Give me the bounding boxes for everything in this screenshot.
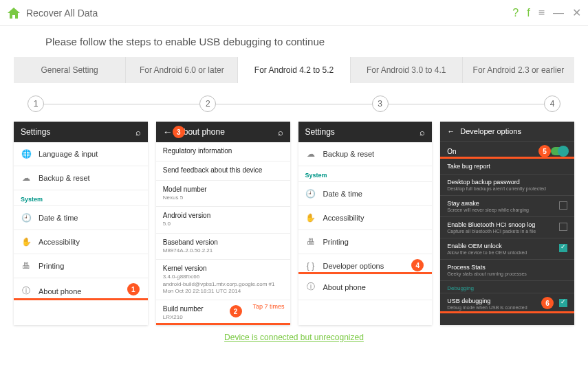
back-icon[interactable]: ← xyxy=(447,127,455,135)
dev-key: Process Stats xyxy=(447,264,567,271)
window-buttons: ? f ≡ — ✕ xyxy=(512,6,581,19)
info-row[interactable]: Kernel version3.4.0-g88fbc66android-buil… xyxy=(156,260,290,300)
settings-row[interactable]: ✋Accessibility xyxy=(298,206,433,230)
menu-icon[interactable]: ≡ xyxy=(538,7,545,19)
help-icon[interactable]: ? xyxy=(512,7,519,19)
tab-0[interactable]: General Setting xyxy=(14,57,126,83)
dev-value: Geeky stats about running processes xyxy=(447,271,567,276)
row-icon: 🖶 xyxy=(305,237,316,247)
dev-key: Stay awake xyxy=(447,200,559,207)
toggle-switch[interactable] xyxy=(551,147,567,155)
dev-row[interactable]: Desktop backup passwordDesktop full back… xyxy=(440,175,574,196)
settings-row[interactable]: 🖶Printing xyxy=(298,230,433,254)
row-label: Accessibility xyxy=(323,214,364,222)
minimize-icon[interactable]: — xyxy=(553,7,564,19)
row-label: About phone xyxy=(39,287,81,295)
info-value: LRX210 xyxy=(163,314,283,321)
info-value: 5.0 xyxy=(163,221,283,227)
info-row[interactable]: Build numberLRX2102Tap 7 times xyxy=(156,300,290,324)
search-icon[interactable]: ⌕ xyxy=(278,127,283,137)
info-row[interactable]: Model numberNexus 5 xyxy=(156,181,290,207)
close-icon[interactable]: ✕ xyxy=(572,6,581,19)
row-label: Developer options xyxy=(323,262,384,270)
row-icon: 🖶 xyxy=(21,261,32,271)
settings-row[interactable]: ⓘAbout phone xyxy=(298,274,433,300)
panel-developer-options: ← Developer options On 5 Take bug report… xyxy=(440,122,574,325)
row-label: Backup & reset xyxy=(323,150,375,158)
footer-link[interactable]: Device is connected but unrecognized xyxy=(224,333,364,342)
row-icon: ⓘ xyxy=(21,285,32,297)
info-key: Android version xyxy=(163,212,283,219)
tab-4[interactable]: For Android 2.3 or earlier xyxy=(463,57,574,83)
info-key: Baseband version xyxy=(163,238,283,246)
info-row[interactable]: Baseband versionM8974A-2.0.50.2.21 xyxy=(156,234,290,260)
row-icon: 🌐 xyxy=(21,149,32,159)
step-3: 3 xyxy=(372,96,389,112)
dev-key: Enable Bluetooth HCI snoop log xyxy=(447,221,559,228)
row-icon: ☁ xyxy=(21,173,32,183)
search-icon[interactable]: ⌕ xyxy=(420,127,425,137)
section-header: System xyxy=(14,190,148,206)
dev-row[interactable]: Process StatsGeeky stats about running p… xyxy=(440,260,574,281)
settings-row[interactable]: ☁Backup & reset xyxy=(14,166,148,190)
dev-value: Desktop full backups aren't currently pr… xyxy=(447,186,567,191)
panel-header: Settings ⌕ xyxy=(298,122,433,142)
settings-row[interactable]: ☁Backup & reset xyxy=(298,142,433,166)
info-key: Kernel version xyxy=(163,265,283,272)
row-label: Date & time xyxy=(39,214,78,222)
dev-key: Desktop backup password xyxy=(447,179,567,186)
panel-header: Settings ⌕ xyxy=(14,122,148,142)
info-row[interactable]: Send feedback about this device xyxy=(156,161,290,181)
dev-row[interactable]: Stay awakeScreen will never sleep while … xyxy=(440,196,574,217)
instruction-text: Please follow the steps to enable USB de… xyxy=(0,26,588,57)
checkbox[interactable] xyxy=(559,299,567,307)
home-icon xyxy=(7,7,21,19)
settings-row[interactable]: 🕘Date & time xyxy=(14,206,148,230)
settings-row[interactable]: 🌐Language & input xyxy=(14,142,148,166)
back-icon[interactable]: ← xyxy=(163,126,173,137)
dev-row[interactable]: USB debuggingDebug mode when USB is conn… xyxy=(440,293,574,313)
settings-row[interactable]: ⓘAbout phone1 xyxy=(14,278,148,300)
settings-row[interactable]: 🕘Date & time xyxy=(298,182,433,206)
checkbox[interactable] xyxy=(559,223,567,231)
info-key: Send feedback about this device xyxy=(163,166,283,174)
info-value: Nexus 5 xyxy=(163,194,283,201)
panel-settings-1: Settings ⌕ 🌐Language & input☁Backup & re… xyxy=(14,122,148,325)
panels: Settings ⌕ 🌐Language & input☁Backup & re… xyxy=(0,122,588,325)
settings-row[interactable]: ✋Accessibility xyxy=(14,230,148,254)
badge-5: 5 xyxy=(538,145,551,157)
info-key: Regulatory information xyxy=(163,147,283,155)
search-icon[interactable]: ⌕ xyxy=(135,127,141,137)
row-label: Language & input xyxy=(39,150,98,158)
settings-row[interactable]: 🖶Printing xyxy=(14,254,148,278)
info-value: 3.4.0-g88fbc66android-build@vpbs1.mtv.co… xyxy=(163,273,283,295)
info-row[interactable]: Regulatory information xyxy=(156,142,290,161)
panel-title: About phone xyxy=(178,127,278,137)
row-icon: ⓘ xyxy=(305,281,316,293)
tab-3[interactable]: For Android 3.0 to 4.1 xyxy=(351,57,463,83)
dev-row[interactable]: Enable Bluetooth HCI snoop logCapture al… xyxy=(440,217,574,238)
tab-1[interactable]: For Android 6.0 or later xyxy=(126,57,238,83)
row-icon: { } xyxy=(305,261,316,271)
dev-row[interactable]: Enable OEM unlockAllow the device to be … xyxy=(440,238,574,260)
row-icon: ✋ xyxy=(21,237,32,247)
step-4: 4 xyxy=(544,96,560,112)
step-2: 2 xyxy=(199,96,216,112)
settings-row[interactable]: { }Developer options4 xyxy=(298,254,433,274)
titlebar: Recover All Data ? f ≡ — ✕ xyxy=(0,0,588,26)
badge-1: 1 xyxy=(127,283,140,295)
info-row[interactable]: Android version5.0 xyxy=(156,207,290,233)
row-label: Printing xyxy=(39,262,64,270)
checkbox[interactable] xyxy=(559,244,567,252)
checkbox[interactable] xyxy=(559,201,567,210)
footer: Device is connected but unrecognized xyxy=(0,325,588,343)
dev-row[interactable]: Take bug report xyxy=(440,159,574,175)
dev-on-row[interactable]: On 5 xyxy=(440,141,574,159)
dev-key: Enable OEM unlock xyxy=(447,243,559,249)
tab-2[interactable]: For Android 4.2 to 5.2 xyxy=(238,57,350,83)
tabs: General SettingFor Android 6.0 or laterF… xyxy=(14,57,574,83)
panel-about-phone: ← About phone ⌕ 3 Regulatory information… xyxy=(156,122,290,325)
row-label: Date & time xyxy=(323,190,362,198)
dev-value: Capture all bluetooth HCI packets in a f… xyxy=(447,229,559,234)
share-icon[interactable]: f xyxy=(527,7,530,19)
